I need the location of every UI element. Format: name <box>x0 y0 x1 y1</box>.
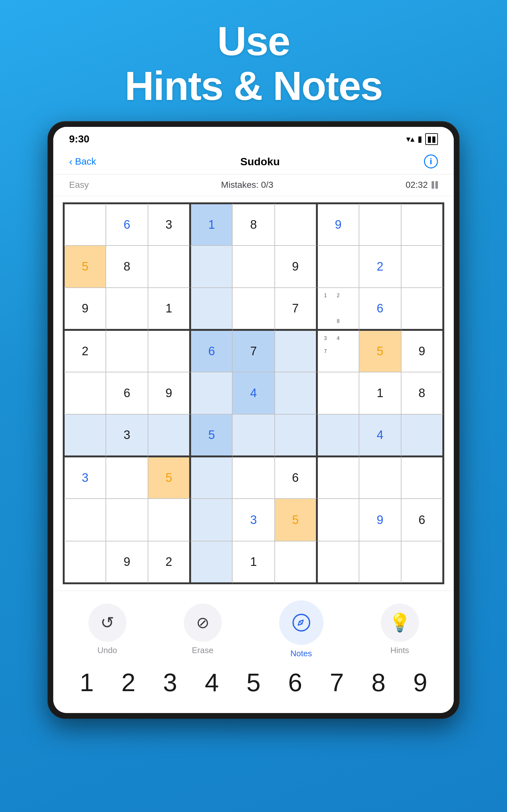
sudoku-cell[interactable]: 9 <box>317 203 359 246</box>
pause-icon[interactable] <box>432 181 438 189</box>
sudoku-cell[interactable]: 6 <box>401 499 443 541</box>
sudoku-cell[interactable] <box>401 414 443 456</box>
sudoku-cell[interactable] <box>64 203 106 246</box>
sudoku-cell[interactable]: 6 <box>275 456 317 499</box>
back-button[interactable]: ‹ Back <box>69 156 96 167</box>
sudoku-cell[interactable]: 1 <box>232 541 274 583</box>
sudoku-cell[interactable] <box>64 541 106 583</box>
sudoku-cell[interactable]: 3 <box>106 414 148 456</box>
sudoku-cell[interactable] <box>317 246 359 288</box>
sudoku-cell[interactable] <box>275 541 317 583</box>
sudoku-cell[interactable] <box>148 246 190 288</box>
sudoku-cell[interactable] <box>401 288 443 330</box>
sudoku-cell[interactable] <box>148 414 190 456</box>
sudoku-cell[interactable] <box>359 456 401 499</box>
numpad-key-2[interactable]: 2 <box>109 668 147 697</box>
sudoku-cell[interactable]: 3 <box>64 456 106 499</box>
hints-button[interactable]: 💡 Hints <box>381 604 419 655</box>
sudoku-cell[interactable]: 8 <box>232 203 274 246</box>
sudoku-cell[interactable]: 7 <box>232 330 274 372</box>
sudoku-cell[interactable] <box>190 246 232 288</box>
sudoku-cell[interactable] <box>401 246 443 288</box>
sudoku-cell[interactable] <box>232 246 274 288</box>
sudoku-cell[interactable] <box>106 456 148 499</box>
sudoku-cell[interactable] <box>106 330 148 372</box>
sudoku-cell[interactable]: 6 <box>359 288 401 330</box>
numpad-key-7[interactable]: 7 <box>318 668 356 697</box>
sudoku-cell[interactable]: 1 <box>359 372 401 414</box>
sudoku-cell[interactable]: 6 <box>106 372 148 414</box>
sudoku-cell[interactable]: 8 <box>106 246 148 288</box>
sudoku-cell[interactable]: 9 <box>64 288 106 330</box>
sudoku-cell[interactable]: 5 <box>359 330 401 372</box>
sudoku-cell[interactable] <box>232 414 274 456</box>
sudoku-cell[interactable] <box>275 203 317 246</box>
sudoku-cell[interactable]: 9 <box>106 541 148 583</box>
sudoku-cell[interactable] <box>64 372 106 414</box>
sudoku-cell[interactable] <box>64 414 106 456</box>
notes-button[interactable]: Notes <box>279 600 324 658</box>
sudoku-cell[interactable] <box>401 456 443 499</box>
sudoku-cell[interactable] <box>190 499 232 541</box>
sudoku-cell[interactable] <box>401 541 443 583</box>
sudoku-cell[interactable]: 9 <box>275 246 317 288</box>
sudoku-cell[interactable] <box>359 203 401 246</box>
sudoku-cell[interactable] <box>275 372 317 414</box>
sudoku-cell[interactable]: 347 <box>317 330 359 372</box>
sudoku-cell[interactable] <box>317 372 359 414</box>
sudoku-cell[interactable]: 3 <box>148 203 190 246</box>
notes-pencil-icon <box>292 613 311 632</box>
sudoku-cell[interactable] <box>148 330 190 372</box>
sudoku-cell[interactable]: 4 <box>359 414 401 456</box>
sudoku-cell[interactable] <box>148 499 190 541</box>
sudoku-cell[interactable]: 1 <box>190 203 232 246</box>
numpad-key-1[interactable]: 1 <box>68 668 106 697</box>
sudoku-grid[interactable]: 6318958929171286267347596941835435635969… <box>63 202 444 584</box>
sudoku-cell[interactable]: 5 <box>190 414 232 456</box>
numpad-key-6[interactable]: 6 <box>276 668 314 697</box>
numpad-key-9[interactable]: 9 <box>401 668 439 697</box>
sudoku-cell[interactable]: 3 <box>232 499 274 541</box>
sudoku-cell[interactable] <box>317 541 359 583</box>
sudoku-cell[interactable] <box>275 330 317 372</box>
sudoku-cell[interactable] <box>190 288 232 330</box>
sudoku-cell[interactable]: 9 <box>148 372 190 414</box>
sudoku-cell[interactable]: 6 <box>106 203 148 246</box>
sudoku-cell[interactable]: 2 <box>359 246 401 288</box>
sudoku-cell[interactable] <box>106 288 148 330</box>
sudoku-cell[interactable]: 128 <box>317 288 359 330</box>
sudoku-cell[interactable] <box>232 288 274 330</box>
numpad-key-5[interactable]: 5 <box>234 668 273 697</box>
sudoku-cell[interactable]: 4 <box>232 372 274 414</box>
sudoku-cell[interactable] <box>401 203 443 246</box>
sudoku-cell[interactable]: 2 <box>148 541 190 583</box>
sudoku-cell[interactable] <box>190 456 232 499</box>
battery-icon: ▮▮ <box>425 133 438 145</box>
sudoku-cell[interactable]: 5 <box>275 499 317 541</box>
numpad-key-4[interactable]: 4 <box>193 668 231 697</box>
sudoku-cell[interactable] <box>190 372 232 414</box>
info-button[interactable]: i <box>424 154 438 168</box>
sudoku-cell[interactable]: 9 <box>401 330 443 372</box>
sudoku-cell[interactable] <box>317 456 359 499</box>
sudoku-cell[interactable]: 7 <box>275 288 317 330</box>
sudoku-cell[interactable] <box>359 541 401 583</box>
sudoku-cell[interactable]: 6 <box>190 330 232 372</box>
sudoku-cell[interactable] <box>190 541 232 583</box>
sudoku-cell[interactable] <box>275 414 317 456</box>
sudoku-cell[interactable]: 5 <box>64 246 106 288</box>
numpad-key-3[interactable]: 3 <box>151 668 189 697</box>
erase-button[interactable]: ⊘ Erase <box>184 604 222 655</box>
sudoku-cell[interactable]: 2 <box>64 330 106 372</box>
sudoku-cell[interactable]: 1 <box>148 288 190 330</box>
sudoku-cell[interactable] <box>317 414 359 456</box>
sudoku-cell[interactable] <box>232 456 274 499</box>
sudoku-cell[interactable] <box>106 499 148 541</box>
numpad-key-8[interactable]: 8 <box>360 668 398 697</box>
sudoku-cell[interactable]: 5 <box>148 456 190 499</box>
sudoku-cell[interactable]: 8 <box>401 372 443 414</box>
undo-button[interactable]: ↺ Undo <box>89 604 126 655</box>
sudoku-cell[interactable] <box>317 499 359 541</box>
sudoku-cell[interactable]: 9 <box>359 499 401 541</box>
sudoku-cell[interactable] <box>64 499 106 541</box>
